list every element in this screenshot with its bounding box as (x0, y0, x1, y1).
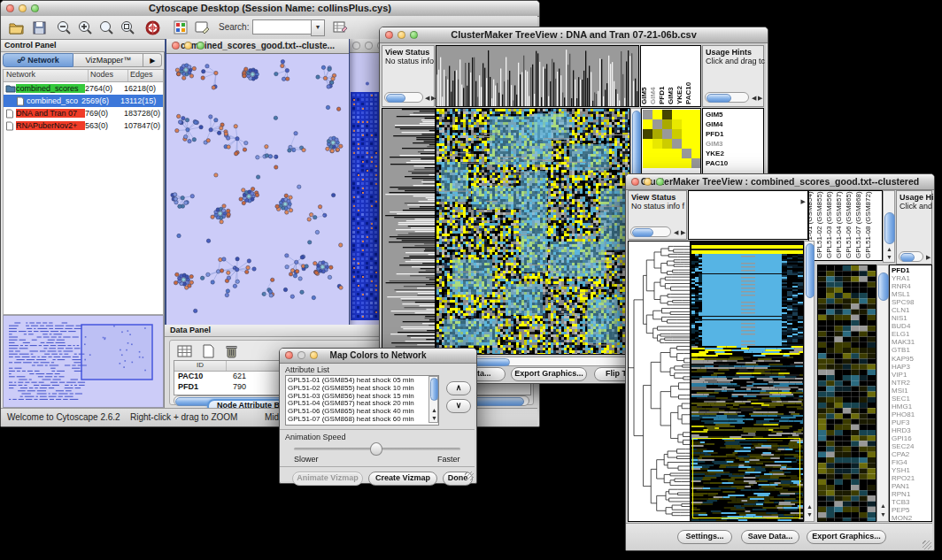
combined-collabel-scrollbar[interactable]: ▲ ▼ (883, 190, 895, 263)
zoom-button[interactable] (31, 4, 39, 12)
search-dropdown-button[interactable]: ▼ (311, 19, 325, 36)
frame-zoom-button[interactable] (197, 42, 205, 50)
attribute-item[interactable]: GPL51-07 (GSM868) heat shock 60 min (288, 416, 438, 424)
treeview-dna-titlebar[interactable]: ClusterMaker TreeView : DNA and Tran 07-… (380, 27, 768, 43)
zoom-button[interactable] (656, 178, 664, 186)
birdseye-view[interactable] (3, 315, 164, 408)
dna-zoom-matrix[interactable] (643, 110, 701, 168)
combined-zoom-heatmap[interactable] (817, 265, 876, 522)
attribute-select-icon[interactable] (175, 342, 195, 360)
scroll-down-arrow[interactable]: ▼ (880, 511, 886, 518)
move-down-button[interactable]: ∨ (446, 399, 471, 413)
combined-settings-button[interactable]: Settings... (677, 530, 732, 544)
combined-export-graphics-button[interactable]: Export Graphics... (807, 530, 886, 544)
scroll-right-arrow[interactable]: ▶ (926, 254, 930, 260)
attr-col-id[interactable]: ID (174, 361, 227, 371)
combined-save-data-button[interactable]: Save Data... (741, 530, 799, 544)
usage-hints-scrollbar[interactable] (705, 92, 749, 103)
scroll-down-arrow[interactable]: ▼ (807, 511, 813, 518)
scroll-up-arrow[interactable]: ▲ (880, 502, 886, 509)
zoom-in-icon[interactable] (75, 19, 95, 36)
combined-column-dendrogram[interactable]: ▶ (688, 190, 808, 240)
search-input[interactable] (252, 19, 313, 35)
zoom-fit-icon[interactable] (118, 19, 137, 36)
resize-grip[interactable] (465, 472, 474, 480)
gene-label: MSL1 (892, 290, 931, 298)
scroll-up-arrow[interactable]: ▲ (886, 246, 892, 252)
combined-heatmap[interactable] (691, 241, 804, 522)
network-row[interactable]: DNA and Tran 07769(0)183728(0) (4, 107, 163, 119)
tab-overflow-button[interactable]: ▶ (143, 53, 162, 67)
annotation-icon[interactable] (192, 19, 212, 36)
network-row[interactable]: combined_scores2764(0)16218(0) (4, 82, 163, 95)
zoom-button[interactable] (310, 351, 318, 359)
move-up-button[interactable]: ∧ (446, 381, 471, 395)
table-edit-icon[interactable] (330, 19, 350, 36)
network-frame-1[interactable]: combined_scores_good.txt--cluste... (166, 39, 350, 325)
frame-close-button[interactable] (172, 42, 180, 50)
gene-label: RPO21 (892, 474, 931, 482)
view-status-scrollbar[interactable] (384, 92, 423, 103)
animate-vizmap-button[interactable]: Animate Vizmap (292, 472, 363, 486)
help-ring-icon[interactable] (143, 19, 162, 36)
network-row[interactable]: combined_sco2569(6)13112(15) (4, 95, 163, 107)
resize-grip[interactable] (923, 541, 931, 549)
network-row[interactable]: RNAPuberNov2+563(0)107847(0) (4, 119, 163, 132)
combined-row-dendrogram[interactable] (628, 241, 691, 522)
minimize-button[interactable] (644, 178, 652, 186)
zoom-selected-icon[interactable] (97, 19, 116, 36)
matrix-cell (652, 129, 662, 139)
close-button[interactable] (631, 178, 639, 186)
slider-thumb[interactable] (370, 442, 382, 456)
gene-label: SEC1 (892, 395, 931, 403)
gene-label: GPI16 (892, 434, 931, 442)
col-header-edges[interactable]: Edges (128, 70, 153, 81)
network-canvas[interactable] (166, 54, 347, 324)
col-header-network[interactable]: Network (4, 70, 89, 81)
network-edges: 13112(15) (120, 96, 163, 105)
treeview-combined-titlebar[interactable]: ClusterMaker TreeView : combined_scores_… (626, 174, 934, 190)
usage-hints-scrollbar[interactable] (899, 251, 923, 262)
dna-heatmap[interactable] (436, 108, 630, 355)
new-attribute-icon[interactable] (198, 342, 218, 360)
create-vizmap-button[interactable]: Create Vizmap (368, 472, 437, 486)
frame-minimize-button[interactable] (184, 42, 192, 50)
save-icon[interactable] (29, 19, 49, 36)
view-status-scrollbar[interactable] (630, 226, 671, 237)
close-button[interactable] (285, 351, 293, 359)
network-frame-titlebar[interactable]: combined_scores_good.txt--cluste... (166, 39, 349, 54)
dna-view-status-panel: View Status No status info f ◀ ▶ (382, 45, 435, 107)
open-folder-icon[interactable] (6, 19, 26, 36)
vizmapper-icon[interactable] (171, 19, 190, 36)
close-button[interactable] (385, 31, 393, 39)
tab-network[interactable]: ☍ Network (3, 53, 73, 67)
dialog-titlebar[interactable]: Map Colors to Network (280, 349, 476, 364)
dna-column-dendrogram[interactable] (436, 45, 639, 107)
minimize-button[interactable] (398, 31, 405, 39)
dna-export-graphics-button[interactable]: Export Graphics... (511, 367, 587, 381)
scroll-down-arrow[interactable]: ▼ (886, 254, 892, 260)
scroll-up-arrow[interactable]: ▲ (807, 503, 813, 510)
dna-row-dendrogram[interactable] (382, 108, 436, 355)
attribute-list[interactable]: GPL51-01 (GSM854) heat shock 05 minGPL51… (285, 375, 439, 426)
minimize-button[interactable] (297, 351, 305, 359)
combined-genelist-scrollbar[interactable]: ▲ ▼ (876, 265, 889, 522)
scroll-right-arrow[interactable]: ▶ (801, 198, 806, 204)
minimize-button[interactable] (19, 4, 27, 12)
delete-attribute-icon[interactable] (221, 342, 241, 360)
tab-vizmapper[interactable]: VizMapper™ (73, 53, 143, 67)
scroll-right-arrow[interactable]: ▶ (758, 95, 762, 101)
col-header-nodes[interactable]: Nodes (89, 70, 128, 81)
scroll-left-arrow[interactable]: ◀ (674, 229, 678, 235)
close-button[interactable] (6, 4, 14, 12)
zoom-button[interactable] (410, 31, 418, 39)
scroll-left-arrow[interactable]: ◀ (752, 95, 756, 101)
zoom-out-icon[interactable] (54, 19, 73, 36)
combined-heatmap-vscrollbar[interactable]: ▲ ▼ (804, 241, 815, 522)
scroll-down-arrow[interactable]: ▼ (431, 415, 437, 421)
scroll-left-arrow[interactable]: ◀ (425, 95, 429, 101)
scroll-up-arrow[interactable]: ▲ (431, 407, 437, 413)
attribute-list-scrollbar[interactable]: ▲ ▼ (429, 376, 438, 423)
main-titlebar[interactable]: Cytoscape Desktop (Session Name: collins… (1, 1, 539, 17)
scroll-right-arrow[interactable]: ▶ (681, 229, 685, 235)
